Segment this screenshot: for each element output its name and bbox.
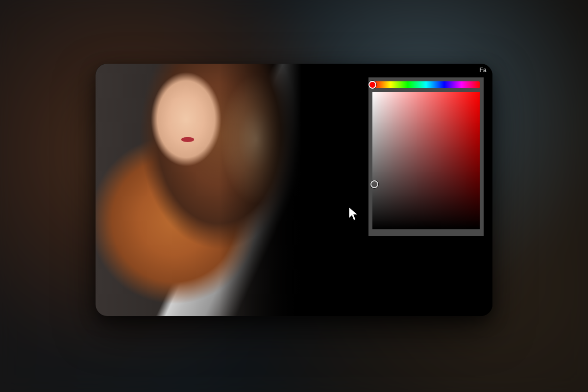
hue-slider-handle[interactable] xyxy=(368,81,376,89)
panel-title: Fa xyxy=(480,67,487,74)
portrait-lips-accent xyxy=(181,137,194,142)
sv-handle[interactable] xyxy=(370,180,378,188)
value-gradient xyxy=(372,92,480,229)
hue-slider[interactable] xyxy=(372,81,480,88)
app-window: Fa xyxy=(96,64,492,316)
color-picker-panel xyxy=(368,77,484,236)
saturation-value-field[interactable] xyxy=(372,92,480,229)
canvas-image xyxy=(96,64,301,316)
